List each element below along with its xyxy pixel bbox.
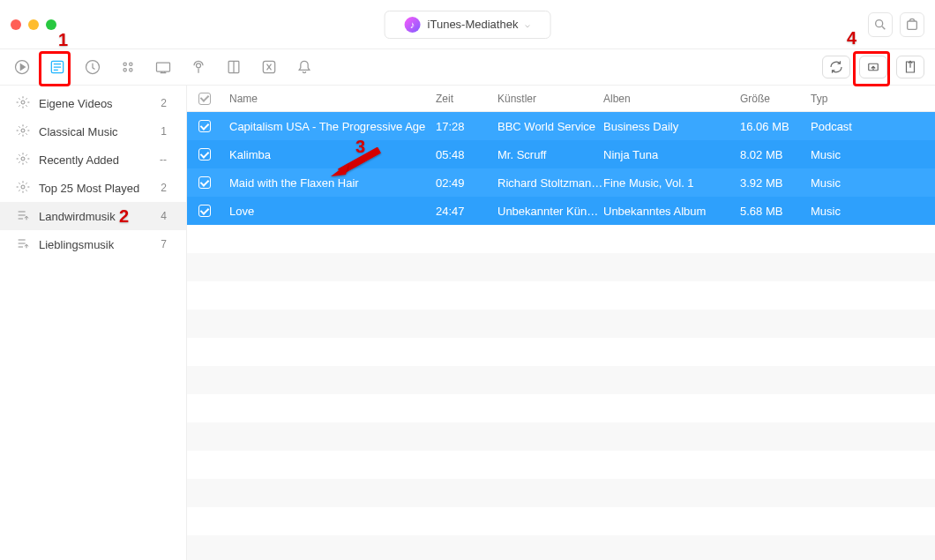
svg-point-7: [123, 69, 126, 71]
cell-size: 16.06 MB: [740, 120, 811, 133]
cell-album: Business Daily: [603, 120, 740, 133]
table-row[interactable]: Love 24:47 Unbekannter Künstler Unbekann…: [187, 197, 935, 225]
sidebar-item-label: Recently Added: [39, 153, 119, 167]
cell-artist: Mr. Scruff: [497, 148, 603, 161]
close-window-button[interactable]: [11, 19, 21, 30]
svg-point-14: [21, 101, 25, 104]
cell-size: 3.92 MB: [740, 176, 811, 190]
itunesu-icon[interactable]: [258, 56, 280, 78]
cell-name: Love: [222, 205, 436, 218]
bell-icon[interactable]: [293, 56, 316, 78]
cell-album: Unbekanntes Album: [603, 205, 740, 218]
header-time[interactable]: Zeit: [436, 93, 497, 105]
maximize-window-button[interactable]: [46, 19, 56, 30]
table-row[interactable]: Capitalism USA - The Progressive Age 17:…: [187, 112, 935, 140]
shopping-button[interactable]: [900, 12, 924, 37]
table-area: Name Zeit Künstler Alben Größe Typ Capit…: [187, 86, 935, 560]
library-title: iTunes-Mediathek: [428, 18, 519, 31]
podcast-icon[interactable]: [187, 56, 210, 78]
sidebar-item-eigene-videos[interactable]: Eigene Videos 2: [0, 89, 186, 117]
sidebar-item-lieblingsmusik[interactable]: Lieblingsmusik 7: [0, 230, 186, 258]
library-selector[interactable]: ♪ iTunes-Mediathek ⌵: [385, 11, 551, 39]
send-to-device-button[interactable]: [859, 56, 887, 78]
chevron-down-icon: ⌵: [525, 19, 530, 29]
sidebar-item-label: Eigene Videos: [39, 97, 113, 110]
svg-point-5: [123, 63, 126, 65]
gear-icon: [16, 180, 30, 197]
row-checkbox[interactable]: [198, 120, 211, 132]
cell-album: Fine Music, Vol. 1: [603, 176, 740, 190]
header-album[interactable]: Alben: [603, 93, 740, 105]
gear-icon: [16, 152, 30, 168]
svg-point-0: [876, 19, 883, 26]
traffic-lights: [11, 19, 56, 30]
cell-time: 02:49: [436, 176, 497, 190]
cell-type: Music: [811, 148, 935, 161]
sidebar-item-count: 2: [161, 182, 167, 194]
sidebar-item-count: 2: [161, 97, 167, 109]
playlist-icon: [16, 208, 30, 225]
cell-time: 05:48: [436, 148, 497, 161]
header-artist[interactable]: Künstler: [497, 93, 603, 105]
sidebar-item-label: Top 25 Most Played: [39, 182, 139, 195]
movies-icon[interactable]: [152, 56, 175, 78]
sidebar-item-label: Lieblingsmusik: [39, 238, 114, 251]
gear-icon: [16, 95, 30, 112]
cell-artist: Unbekannter Künstler: [497, 205, 603, 218]
play-icon[interactable]: [11, 56, 34, 78]
audiobook-icon[interactable]: [222, 56, 245, 78]
ringtones-icon[interactable]: [81, 56, 104, 78]
sidebar: Eigene Videos 2 Classical Music 1 Recent…: [0, 86, 187, 560]
cell-name: Capitalism USA - The Progressive Age: [222, 120, 436, 133]
cell-type: Podcast: [811, 120, 935, 133]
gear-icon: [16, 123, 30, 140]
svg-rect-9: [157, 63, 170, 71]
sidebar-item-count: 1: [161, 125, 167, 138]
row-checkbox[interactable]: [198, 176, 211, 189]
header-size[interactable]: Größe: [740, 93, 811, 105]
playlist-icon: [16, 236, 30, 253]
cell-type: Music: [811, 205, 935, 218]
table-header: Name Zeit Künstler Alben Größe Typ: [187, 86, 935, 112]
refresh-button[interactable]: [822, 56, 850, 78]
cell-artist: BBC World Service: [497, 120, 603, 133]
row-checkbox[interactable]: [198, 205, 211, 217]
sidebar-item-landwirdmusik[interactable]: Landwirdmusik 4: [0, 202, 186, 230]
svg-point-6: [130, 63, 132, 65]
cell-time: 24:47: [436, 205, 497, 218]
cell-name: Kalimba: [222, 148, 436, 161]
cell-name: Maid with the Flaxen Hair: [222, 176, 436, 190]
cell-time: 17:28: [436, 120, 497, 133]
category-toolbar: [0, 49, 935, 86]
cell-size: 5.68 MB: [740, 205, 811, 218]
svg-point-17: [21, 185, 25, 189]
sidebar-item-top25[interactable]: Top 25 Most Played 2: [0, 174, 186, 202]
playlist-icon[interactable]: [46, 56, 69, 78]
search-button[interactable]: [868, 12, 893, 37]
table-row[interactable]: Kalimba 05:48 Mr. Scruff Ninja Tuna 8.02…: [187, 140, 935, 168]
svg-rect-1: [908, 21, 917, 29]
sidebar-item-count: 4: [161, 210, 167, 222]
itunes-icon: ♪: [405, 17, 421, 33]
sidebar-item-label: Landwirdmusik: [39, 210, 116, 223]
svg-point-16: [21, 157, 25, 161]
sidebar-item-recently-added[interactable]: Recently Added --: [0, 146, 186, 174]
cell-size: 8.02 MB: [740, 148, 811, 161]
sidebar-item-classical-music[interactable]: Classical Music 1: [0, 117, 186, 146]
minimize-window-button[interactable]: [28, 19, 39, 30]
export-button[interactable]: [896, 56, 924, 78]
sidebar-item-label: Classical Music: [39, 125, 118, 138]
cell-album: Ninja Tuna: [603, 148, 740, 161]
apps-icon[interactable]: [116, 56, 139, 78]
table-row[interactable]: Maid with the Flaxen Hair 02:49 Richard …: [187, 168, 935, 197]
svg-point-8: [130, 69, 132, 71]
title-bar: ♪ iTunes-Mediathek ⌵: [0, 0, 935, 49]
content-body: Eigene Videos 2 Classical Music 1 Recent…: [0, 86, 935, 560]
sidebar-item-count: 7: [161, 238, 167, 250]
header-name[interactable]: Name: [222, 93, 436, 105]
cell-artist: Richard Stoltzman/Slo...: [497, 176, 603, 190]
svg-point-15: [21, 129, 25, 132]
header-type[interactable]: Typ: [811, 93, 935, 105]
select-all-checkbox[interactable]: [198, 93, 211, 105]
row-checkbox[interactable]: [198, 148, 211, 161]
